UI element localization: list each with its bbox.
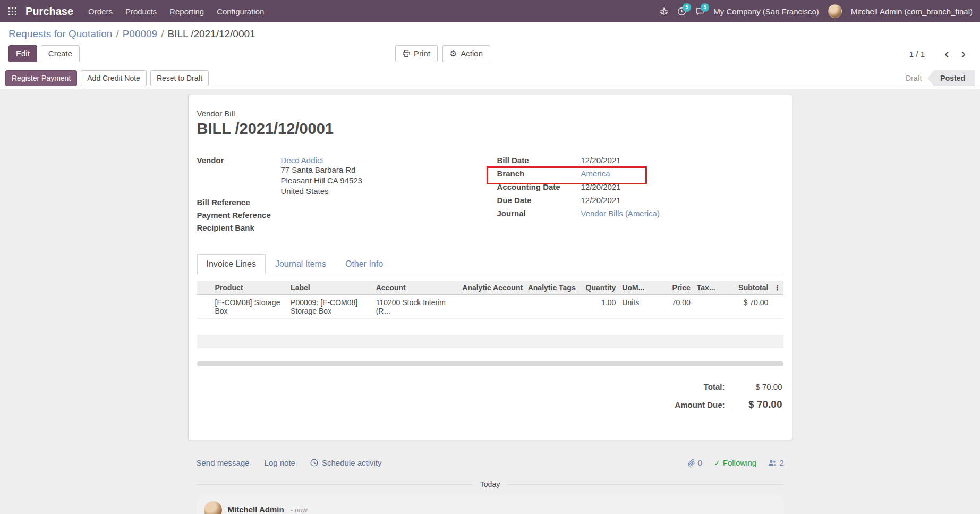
empty-row-striped: [197, 335, 783, 348]
tab-other-info[interactable]: Other Info: [336, 254, 393, 274]
tab-invoice-lines[interactable]: Invoice Lines: [197, 254, 266, 274]
form-sheet: Vendor Bill BILL /2021/12/0001 Vendor De…: [188, 95, 792, 440]
column-header-label[interactable]: Label: [287, 281, 373, 295]
table-header-row: Product Label Account Analytic Account A…: [197, 281, 783, 295]
cell-taxes: [694, 295, 723, 319]
messages-bubble-icon[interactable]: 5: [695, 7, 704, 16]
accounting-date-label: Accounting Date: [497, 182, 581, 191]
branch-link[interactable]: America: [581, 169, 610, 178]
debug-bug-icon[interactable]: [660, 7, 668, 15]
schedule-activity-button[interactable]: Schedule activity: [310, 458, 382, 467]
column-header-subtotal[interactable]: Subtotal: [723, 281, 771, 295]
user-avatar[interactable]: [828, 4, 842, 18]
register-payment-button[interactable]: Register Payment: [5, 70, 77, 86]
breadcrumb-requests-for-quotation[interactable]: Requests for Quotation: [8, 28, 112, 39]
column-header-analytic-tags[interactable]: Analytic Tags: [525, 281, 580, 295]
state-draft[interactable]: Draft: [898, 71, 930, 86]
menu-orders[interactable]: Orders: [88, 7, 113, 16]
state-posted[interactable]: Posted: [927, 70, 975, 86]
branch-label: Branch: [497, 169, 581, 178]
bill-date-field: Bill Date 12/20/2021: [497, 156, 783, 169]
cell-subtotal: $ 70.00: [723, 295, 771, 319]
date-divider: Today: [197, 480, 784, 488]
pager-next-icon[interactable]: ›: [955, 49, 972, 58]
log-note-label: Log note: [265, 458, 295, 467]
apps-menu-button[interactable]: [0, 0, 24, 22]
content-area: Vendor Bill BILL /2021/12/0001 Vendor De…: [0, 89, 980, 514]
branch-field: Branch America: [497, 169, 783, 182]
journal-field: Journal Vendor Bills (America): [497, 209, 783, 222]
check-icon: ✓: [714, 459, 720, 467]
chatter: Send message Log note Schedule activity: [188, 440, 792, 514]
totals-block: Total: $ 70.00 Amount Due: $ 70.00: [197, 382, 783, 412]
column-header-uom[interactable]: UoM...: [619, 281, 651, 295]
company-switcher[interactable]: My Company (San Francisco): [713, 7, 819, 16]
menu-reporting[interactable]: Reporting: [169, 7, 204, 16]
accounting-date-field: Accounting Date 12/20/2021: [497, 182, 783, 196]
user-menu[interactable]: Mitchell Admin (com_branch_final): [851, 7, 973, 16]
reset-to-draft-button[interactable]: Reset to Draft: [150, 70, 209, 86]
total-row: Total: $ 70.00: [704, 382, 782, 391]
breadcrumb: Requests for Quotation/P00009/BILL /2021…: [0, 22, 980, 41]
column-header-price[interactable]: Price: [651, 281, 694, 295]
print-button[interactable]: Print: [395, 45, 438, 62]
column-header-analytic-account[interactable]: Analytic Account: [459, 281, 524, 295]
menu-products[interactable]: Products: [125, 7, 157, 16]
messages-badge: 5: [701, 3, 709, 12]
column-header-quantity[interactable]: Quantity: [580, 281, 619, 295]
create-button[interactable]: Create: [41, 45, 80, 62]
cell-product: [E-COM08] Storage Box: [197, 295, 288, 319]
control-panel: Requests for Quotation/P00009/BILL /2021…: [0, 22, 980, 89]
vendor-address-line: United States: [281, 186, 362, 197]
gear-icon: ⚙: [450, 50, 457, 57]
attachments-button[interactable]: 0: [688, 458, 702, 467]
horizontal-scrollbar[interactable]: [197, 361, 783, 366]
cell-uom: Units: [619, 295, 651, 319]
cell-account: 110200 Stock Interim (R…: [373, 295, 459, 319]
statusbar: Register Payment Add Credit Note Reset t…: [0, 68, 980, 89]
journal-link[interactable]: Vendor Bills (America): [581, 209, 660, 218]
column-header-taxes[interactable]: Tax...: [694, 281, 723, 295]
bill-reference-label: Bill Reference: [197, 198, 250, 207]
message-author-avatar: [204, 501, 222, 514]
bill-date-label: Bill Date: [497, 156, 581, 165]
recipient-bank-label: Recipient Bank: [197, 223, 254, 232]
document-title: BILL /2021/12/0001: [197, 120, 783, 138]
tab-journal-items[interactable]: Journal Items: [266, 254, 336, 274]
breadcrumb-current: BILL /2021/12/0001: [167, 28, 255, 39]
followers-button[interactable]: 2: [768, 458, 783, 467]
notebook-tabs: Invoice Lines Journal Items Other Info: [197, 254, 783, 274]
log-note-button[interactable]: Log note: [265, 458, 295, 467]
menu-configuration[interactable]: Configuration: [217, 7, 264, 16]
date-divider-label: Today: [473, 480, 507, 488]
vendor-link[interactable]: Deco Addict: [281, 156, 323, 165]
followers-people-icon: [768, 459, 777, 467]
schedule-activity-label: Schedule activity: [322, 458, 382, 467]
chatter-message[interactable]: Mitchell Admin - now: [197, 496, 784, 514]
top-navbar: Purchase Orders Products Reporting Confi…: [0, 0, 980, 22]
total-value: $ 70.00: [731, 382, 782, 391]
breadcrumb-separator: /: [161, 28, 164, 39]
column-header-account[interactable]: Account: [373, 281, 459, 295]
follower-count: 2: [779, 458, 783, 467]
activities-clock-icon[interactable]: 5: [677, 7, 686, 16]
column-header-product[interactable]: Product: [197, 281, 288, 295]
empty-row: [197, 348, 783, 361]
action-button[interactable]: ⚙ Action: [442, 45, 490, 62]
edit-button[interactable]: Edit: [8, 45, 37, 62]
following-button[interactable]: ✓ Following: [714, 458, 756, 467]
pager-previous-icon[interactable]: ‹: [939, 49, 955, 58]
send-message-button[interactable]: Send message: [197, 458, 250, 467]
cell-analytic-tags: [525, 295, 580, 319]
apps-grid-icon: [8, 7, 16, 15]
optional-columns-icon[interactable]: ⋮: [771, 281, 783, 295]
breadcrumb-p00009[interactable]: P00009: [123, 28, 158, 39]
following-label: Following: [723, 458, 756, 467]
empty-row: [197, 319, 783, 335]
send-message-label: Send message: [197, 458, 250, 467]
paperclip-icon: [688, 459, 695, 467]
add-credit-note-button[interactable]: Add Credit Note: [81, 70, 147, 86]
app-title[interactable]: Purchase: [25, 5, 73, 18]
due-date-label: Due Date: [497, 196, 581, 205]
invoice-line-row[interactable]: [E-COM08] Storage Box P00009: [E-COM08] …: [197, 295, 783, 319]
